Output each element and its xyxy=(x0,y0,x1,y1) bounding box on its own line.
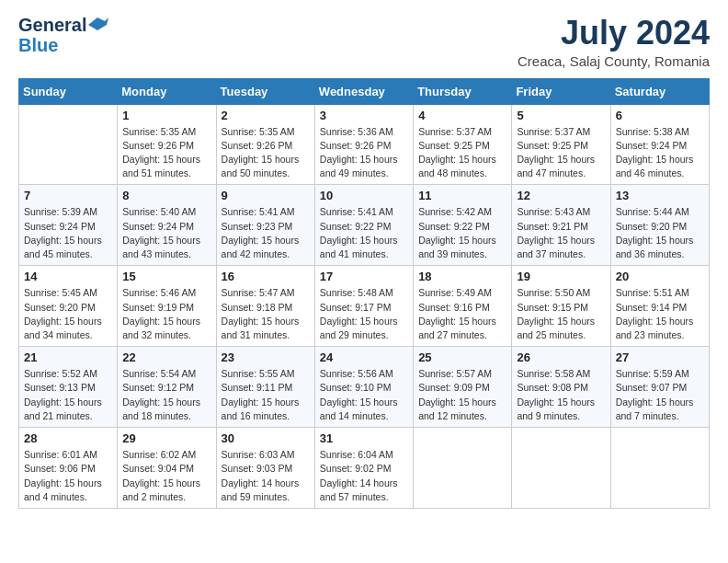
calendar-cell: 12Sunrise: 5:43 AMSunset: 9:21 PMDayligh… xyxy=(512,185,610,266)
day-number: 19 xyxy=(517,270,605,283)
calendar-cell: 10Sunrise: 5:41 AMSunset: 9:22 PMDayligh… xyxy=(314,185,413,266)
day-info: Sunrise: 5:49 AMSunset: 9:16 PMDaylight:… xyxy=(418,286,506,342)
day-number: 5 xyxy=(517,109,605,122)
calendar-cell: 2Sunrise: 5:35 AMSunset: 9:26 PMDaylight… xyxy=(216,104,314,185)
logo-bird-icon xyxy=(88,17,108,32)
day-info: Sunrise: 5:42 AMSunset: 9:22 PMDaylight:… xyxy=(418,205,506,261)
day-number: 3 xyxy=(320,109,408,122)
day-info: Sunrise: 5:43 AMSunset: 9:21 PMDaylight:… xyxy=(517,205,605,261)
week-row-2: 7Sunrise: 5:39 AMSunset: 9:24 PMDaylight… xyxy=(19,185,710,266)
day-number: 28 xyxy=(24,431,112,445)
calendar-cell: 21Sunrise: 5:52 AMSunset: 9:13 PMDayligh… xyxy=(19,347,118,428)
day-number: 26 xyxy=(517,350,605,364)
day-number: 18 xyxy=(418,270,506,283)
calendar-cell: 4Sunrise: 5:37 AMSunset: 9:25 PMDaylight… xyxy=(414,104,512,185)
day-info: Sunrise: 5:59 AMSunset: 9:07 PMDaylight:… xyxy=(616,367,704,423)
day-info: Sunrise: 5:54 AMSunset: 9:12 PMDaylight:… xyxy=(122,367,210,423)
day-info: Sunrise: 5:39 AMSunset: 9:24 PMDaylight:… xyxy=(24,205,112,261)
logo-general: General xyxy=(18,15,86,35)
logo-blue: Blue xyxy=(18,35,108,55)
day-number: 22 xyxy=(122,350,210,364)
day-info: Sunrise: 5:36 AMSunset: 9:26 PMDaylight:… xyxy=(320,125,408,181)
day-info: Sunrise: 5:37 AMSunset: 9:25 PMDaylight:… xyxy=(418,125,506,181)
page-header: General Blue July 2024 Creaca, Salaj Cou… xyxy=(18,15,710,69)
day-info: Sunrise: 5:56 AMSunset: 9:10 PMDaylight:… xyxy=(320,367,408,423)
day-number: 16 xyxy=(222,270,310,283)
column-header-wednesday: Wednesday xyxy=(314,78,413,104)
day-number: 25 xyxy=(418,350,506,364)
calendar-cell: 17Sunrise: 5:48 AMSunset: 9:17 PMDayligh… xyxy=(314,266,413,347)
day-number: 14 xyxy=(24,270,112,283)
calendar-cell: 27Sunrise: 5:59 AMSunset: 9:07 PMDayligh… xyxy=(610,347,709,428)
calendar-cell: 18Sunrise: 5:49 AMSunset: 9:16 PMDayligh… xyxy=(414,266,512,347)
calendar-cell: 8Sunrise: 5:40 AMSunset: 9:24 PMDaylight… xyxy=(118,185,216,266)
calendar-cell: 29Sunrise: 6:02 AMSunset: 9:04 PMDayligh… xyxy=(118,428,216,509)
day-info: Sunrise: 5:52 AMSunset: 9:13 PMDaylight:… xyxy=(24,367,112,423)
day-number: 24 xyxy=(320,350,408,364)
calendar-cell: 15Sunrise: 5:46 AMSunset: 9:19 PMDayligh… xyxy=(118,266,216,347)
calendar-cell: 3Sunrise: 5:36 AMSunset: 9:26 PMDaylight… xyxy=(314,104,413,185)
logo-text-block: General Blue xyxy=(18,15,108,55)
day-number: 31 xyxy=(320,431,408,445)
day-info: Sunrise: 5:48 AMSunset: 9:17 PMDaylight:… xyxy=(320,286,408,342)
day-info: Sunrise: 5:37 AMSunset: 9:25 PMDaylight:… xyxy=(517,125,605,181)
title-block: July 2024 Creaca, Salaj County, Romania xyxy=(518,15,710,69)
day-number: 27 xyxy=(616,350,704,364)
calendar-cell: 14Sunrise: 5:45 AMSunset: 9:20 PMDayligh… xyxy=(19,266,118,347)
calendar-cell: 26Sunrise: 5:58 AMSunset: 9:08 PMDayligh… xyxy=(512,347,610,428)
day-number: 15 xyxy=(122,270,210,283)
column-header-monday: Monday xyxy=(118,78,216,104)
calendar-cell: 16Sunrise: 5:47 AMSunset: 9:18 PMDayligh… xyxy=(216,266,314,347)
day-number: 21 xyxy=(24,350,112,364)
calendar-cell: 31Sunrise: 6:04 AMSunset: 9:02 PMDayligh… xyxy=(314,428,413,509)
day-number: 10 xyxy=(320,189,408,202)
day-number: 20 xyxy=(616,270,704,283)
day-number: 7 xyxy=(24,189,112,202)
column-header-friday: Friday xyxy=(512,78,610,104)
calendar-cell xyxy=(414,428,512,509)
day-number: 12 xyxy=(517,189,605,202)
week-row-1: 1Sunrise: 5:35 AMSunset: 9:26 PMDaylight… xyxy=(19,104,710,185)
day-info: Sunrise: 6:03 AMSunset: 9:03 PMDaylight:… xyxy=(222,448,310,504)
column-header-sunday: Sunday xyxy=(19,78,118,104)
day-number: 6 xyxy=(616,109,704,122)
day-number: 11 xyxy=(418,189,506,202)
week-row-3: 14Sunrise: 5:45 AMSunset: 9:20 PMDayligh… xyxy=(19,266,710,347)
calendar-cell: 11Sunrise: 5:42 AMSunset: 9:22 PMDayligh… xyxy=(414,185,512,266)
day-info: Sunrise: 5:47 AMSunset: 9:18 PMDaylight:… xyxy=(222,286,310,342)
day-info: Sunrise: 5:35 AMSunset: 9:26 PMDaylight:… xyxy=(122,125,210,181)
calendar-cell: 5Sunrise: 5:37 AMSunset: 9:25 PMDaylight… xyxy=(512,104,610,185)
day-info: Sunrise: 5:41 AMSunset: 9:23 PMDaylight:… xyxy=(222,205,310,261)
calendar-table: SundayMondayTuesdayWednesdayThursdayFrid… xyxy=(18,78,710,509)
calendar-cell: 7Sunrise: 5:39 AMSunset: 9:24 PMDaylight… xyxy=(19,185,118,266)
calendar-cell: 25Sunrise: 5:57 AMSunset: 9:09 PMDayligh… xyxy=(414,347,512,428)
day-info: Sunrise: 5:35 AMSunset: 9:26 PMDaylight:… xyxy=(222,125,310,181)
calendar-cell: 30Sunrise: 6:03 AMSunset: 9:03 PMDayligh… xyxy=(216,428,314,509)
day-number: 1 xyxy=(122,109,210,122)
day-info: Sunrise: 5:51 AMSunset: 9:14 PMDaylight:… xyxy=(616,286,704,342)
day-number: 29 xyxy=(122,431,210,445)
day-info: Sunrise: 6:02 AMSunset: 9:04 PMDaylight:… xyxy=(122,448,210,504)
calendar-cell: 28Sunrise: 6:01 AMSunset: 9:06 PMDayligh… xyxy=(19,428,118,509)
day-number: 23 xyxy=(222,350,310,364)
day-number: 13 xyxy=(616,189,704,202)
day-info: Sunrise: 5:50 AMSunset: 9:15 PMDaylight:… xyxy=(517,286,605,342)
day-info: Sunrise: 5:45 AMSunset: 9:20 PMDaylight:… xyxy=(24,286,112,342)
day-info: Sunrise: 5:46 AMSunset: 9:19 PMDaylight:… xyxy=(122,286,210,342)
day-number: 17 xyxy=(320,270,408,283)
calendar-cell: 19Sunrise: 5:50 AMSunset: 9:15 PMDayligh… xyxy=(512,266,610,347)
column-header-tuesday: Tuesday xyxy=(216,78,314,104)
calendar-cell: 1Sunrise: 5:35 AMSunset: 9:26 PMDaylight… xyxy=(118,104,216,185)
day-info: Sunrise: 5:57 AMSunset: 9:09 PMDaylight:… xyxy=(418,367,506,423)
calendar-cell: 6Sunrise: 5:38 AMSunset: 9:24 PMDaylight… xyxy=(610,104,709,185)
calendar-cell xyxy=(19,104,118,185)
day-info: Sunrise: 6:01 AMSunset: 9:06 PMDaylight:… xyxy=(24,448,112,504)
svg-marker-0 xyxy=(88,17,108,30)
day-info: Sunrise: 6:04 AMSunset: 9:02 PMDaylight:… xyxy=(320,448,408,504)
day-info: Sunrise: 5:58 AMSunset: 9:08 PMDaylight:… xyxy=(517,367,605,423)
day-info: Sunrise: 5:41 AMSunset: 9:22 PMDaylight:… xyxy=(320,205,408,261)
calendar-cell: 20Sunrise: 5:51 AMSunset: 9:14 PMDayligh… xyxy=(610,266,709,347)
column-header-thursday: Thursday xyxy=(414,78,512,104)
day-number: 4 xyxy=(418,109,506,122)
day-number: 8 xyxy=(122,189,210,202)
